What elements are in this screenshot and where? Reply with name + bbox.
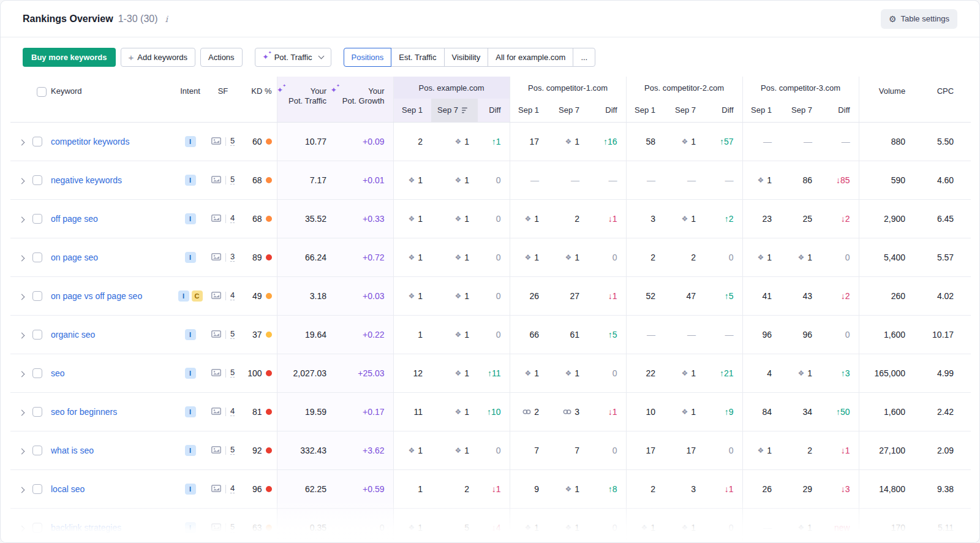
keyword-cell: off page seo (51, 199, 173, 238)
row-checkbox[interactable] (32, 407, 42, 417)
row-checkbox[interactable] (32, 253, 42, 262)
sub-label: Sep 7 (437, 105, 458, 115)
keyword-link[interactable]: organic seo (51, 330, 95, 340)
sf-count[interactable]: 5 (230, 330, 235, 340)
row-checkbox[interactable] (32, 214, 42, 224)
row-checkbox[interactable] (32, 175, 42, 185)
expand-chevron-icon[interactable] (18, 294, 24, 300)
position-value: 43 (803, 291, 813, 301)
info-icon[interactable]: i (165, 14, 168, 24)
sf-count[interactable]: 5 (230, 523, 235, 533)
col-competitor3-diff[interactable]: Diff (821, 99, 859, 122)
expand-chevron-icon[interactable] (18, 178, 24, 184)
pos-sep7-cell: 2 (664, 238, 704, 276)
keyword-link[interactable]: seo (51, 368, 65, 378)
col-competitor3-sep1[interactable]: Sep 1 (742, 99, 780, 122)
sub-label: Sep 1 (635, 105, 655, 115)
serp-feature-diamond-icon: ❖ (682, 408, 688, 416)
row-checkbox[interactable] (32, 137, 42, 146)
expand-chevron-icon[interactable] (18, 525, 24, 531)
keyword-link[interactable]: local seo (51, 484, 85, 494)
table-settings-button[interactable]: ⚙ Table settings (881, 9, 957, 29)
serp-feature-diamond-icon: ❖ (454, 447, 461, 454)
sf-count[interactable]: 4 (230, 484, 235, 494)
col-competitor1-diff[interactable]: Diff (588, 99, 626, 122)
row-checkbox[interactable] (32, 291, 42, 301)
sf-count[interactable]: 4 (230, 407, 235, 417)
sf-count[interactable]: 5 (230, 137, 235, 146)
col-volume[interactable]: Volume (859, 77, 914, 122)
position-value: 1 (418, 484, 423, 494)
col-example-diff[interactable]: Diff (478, 99, 510, 122)
kd-dot (266, 254, 272, 260)
actions-button[interactable]: Actions (200, 48, 243, 67)
serp-feature-diamond-icon: ❖ (758, 254, 764, 261)
diff-up: ↑21 (720, 368, 734, 378)
expand-chevron-icon[interactable] (18, 487, 24, 493)
keyword-link[interactable]: off page seo (51, 214, 98, 224)
sf-count[interactable]: 5 (230, 446, 235, 455)
sf-count[interactable]: 4 (230, 291, 235, 301)
pos-diff-cell: ↓1 (704, 469, 742, 508)
pot-traffic-value: 19.59 (305, 407, 326, 417)
serp-feature-diamond-icon: ❖ (565, 138, 571, 145)
volume-cell: 590 (859, 161, 914, 199)
expand-chevron-icon[interactable] (18, 448, 24, 454)
expand-cell (10, 238, 32, 276)
expand-chevron-icon[interactable] (18, 371, 24, 377)
col-competitor1-sep7[interactable]: Sep 7 (548, 99, 588, 122)
row-checkbox[interactable] (32, 330, 42, 340)
no-position: — (571, 175, 579, 185)
col-competitor1-sep1[interactable]: Sep 1 (510, 99, 548, 122)
expand-chevron-icon[interactable] (18, 255, 24, 261)
col-competitor2-sep7[interactable]: Sep 7 (664, 99, 704, 122)
cpc-cell: 4.02 (914, 276, 971, 315)
keyword-link[interactable]: what is seo (51, 446, 94, 455)
col-competitor3-sep7[interactable]: Sep 7 (780, 99, 821, 122)
col-competitor2-sep1[interactable]: Sep 1 (626, 99, 664, 122)
expand-chevron-icon[interactable] (18, 409, 24, 416)
keyword-link[interactable]: on page vs off page seo (51, 291, 142, 301)
keyword-link[interactable]: competitor keywords (51, 137, 129, 146)
expand-chevron-icon[interactable] (18, 332, 24, 338)
keyword-link[interactable]: negative keywords (51, 175, 122, 185)
keyword-link[interactable]: seo for beginners (51, 407, 117, 417)
col-pot-growth[interactable]: ✦ YourPot. Growth (335, 77, 393, 122)
col-cpc[interactable]: CPC (914, 77, 971, 122)
position-value: 1 (691, 214, 696, 224)
keyword-link[interactable]: on page seo (51, 253, 98, 262)
pot-growth-value: +3.62 (363, 446, 384, 455)
col-pot-traffic[interactable]: ✦ YourPot. Traffic (277, 77, 335, 122)
pos-sep7-cell: 86 (780, 161, 821, 199)
metric-dropdown[interactable]: ✦ Pot. Traffic (255, 48, 331, 67)
tab-all-for-example[interactable]: All for example.com (488, 48, 573, 67)
buy-more-keywords-button[interactable]: Buy more keywords (23, 48, 116, 67)
row-checkbox[interactable] (32, 446, 42, 455)
col-example-sep7-sorted[interactable]: Sep 7 (431, 99, 478, 122)
pos-sep7-cell: ❖1 (780, 238, 821, 276)
row-checkbox[interactable] (32, 368, 42, 378)
pos-sep7-cell: ❖1 (431, 354, 478, 392)
header-row-groups: Keyword Intent SF KD % ✦ YourPot. Traffi… (10, 77, 971, 99)
col-example-sep1[interactable]: Sep 1 (393, 99, 431, 122)
tab-more[interactable]: ... (573, 48, 595, 67)
sf-count[interactable]: 4 (230, 214, 235, 224)
tab-visibility[interactable]: Visibility (444, 48, 489, 67)
row-checkbox[interactable] (32, 523, 42, 533)
select-all-checkbox[interactable] (37, 87, 47, 97)
tab-positions[interactable]: Positions (344, 48, 392, 67)
add-keywords-button[interactable]: + Add keywords (121, 48, 195, 67)
col-competitor2-diff[interactable]: Diff (704, 99, 742, 122)
keyword-link[interactable]: backlink strategies (51, 523, 121, 533)
sf-count[interactable]: 3 (230, 253, 235, 262)
row-checkbox[interactable] (32, 484, 42, 494)
col-group-competitor-3: Pos. competitor-3.com (742, 77, 859, 99)
pos-sep1-cell: ❖1 (510, 354, 548, 392)
sf-count[interactable]: 5 (230, 175, 235, 185)
expand-chevron-icon[interactable] (18, 216, 24, 222)
kd-dot (266, 177, 272, 183)
sf-count[interactable]: 5 (230, 368, 235, 378)
kd-value: 100 (247, 368, 262, 378)
tab-est-traffic[interactable]: Est. Traffic (391, 48, 444, 67)
expand-chevron-icon[interactable] (18, 139, 24, 145)
